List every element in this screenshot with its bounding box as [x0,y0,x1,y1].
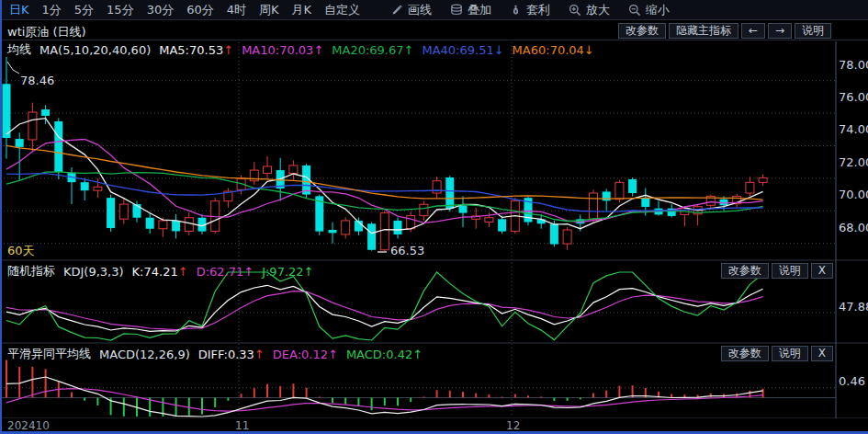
tool-overlay[interactable]: 叠加 [450,2,491,18]
macd-value-2: MACD:0.42↑ [346,348,423,361]
macd-help-button[interactable]: 说明 [772,346,808,361]
hide-main-indicator-button[interactable]: 隐藏主指标 [669,23,738,39]
candle [746,177,754,196]
candle [433,177,441,198]
help-button[interactable]: 说明 [795,23,831,39]
toolbar-tools: 画线叠加套利放大缩小 [373,2,670,18]
candle [681,206,689,226]
candle [342,217,350,238]
kdj-indicator-row: 随机指标KDJ(9,3,3)K:74.21↑D:62.71↑J:97.22↑ [7,264,313,279]
macd-title: 平滑异同平均线 [7,346,91,362]
macd-close-button[interactable]: X [811,346,833,361]
candle [563,227,571,250]
tool-arbitrage[interactable]: 套利 [510,2,550,18]
x-axis-tick-2: 12 [506,419,520,432]
up-arrow-icon: ↑ [304,265,314,279]
prev-button[interactable]: ← [741,23,765,39]
candle [459,196,468,227]
candle [302,164,310,198]
stack-icon [450,4,463,16]
up-arrow-icon: ↑ [178,265,188,279]
candle [81,178,89,200]
pencil-icon [391,4,403,16]
candle [759,174,767,185]
tab-month-k[interactable]: 月K [292,2,312,18]
candle [211,198,220,234]
up-arrow-icon: ↑ [254,348,265,361]
candle [367,223,376,251]
tool-zoom-in[interactable]: 放大 [569,2,610,18]
candle [289,160,298,179]
change-params-button[interactable]: 改参数 [618,23,666,39]
candle [264,156,272,178]
candle [693,204,702,225]
x-axis-tick-0: 202410 [7,419,50,432]
title-bar: wti原油 (日线) 改参数隐藏主指标←→说明 [0,21,868,40]
tab-min-1[interactable]: 1分 [42,2,62,18]
macd-indicator-row: 平滑异同平均线MACD(12,26,9)DIFF:0.33↑DEA:0.12↑M… [7,347,423,361]
up-arrow-icon: ↑ [313,43,323,57]
tab-min-30[interactable]: 30分 [147,2,175,18]
candle [41,105,50,124]
tab-min-60[interactable]: 60分 [186,2,214,18]
kdj-d-line [6,291,763,330]
down-arrow-icon: ↓ [494,43,504,57]
tab-hour-4[interactable]: 4时 [227,2,246,18]
macd-value-1: DEA:0.12↑ [273,348,338,361]
candle [590,189,598,222]
candle [498,216,506,234]
ma-value-3: MA40:69.51↓ [422,43,503,57]
tab-day-k[interactable]: 日K [9,2,29,18]
tab-custom[interactable]: 自定义 [324,2,360,18]
kdj-value-0: K:74.21↑ [132,265,188,279]
candle [603,188,611,211]
y-axis-label: 74.00 [839,122,868,136]
macd-change-params-button[interactable]: 改参数 [721,346,769,361]
tab-min-5[interactable]: 5分 [74,2,94,18]
titlebar-buttons: 改参数隐藏主指标←→说明 [618,23,831,39]
candle [445,176,454,211]
high-marker-line [7,62,19,74]
toolbar: 日K1分5分15分30分60分4时周K月K自定义 画线叠加套利放大缩小 [0,0,868,20]
chart-canvas[interactable]: 78.0076.0074.0072.0070.0068.0078.4666.53… [0,41,868,418]
candle [472,208,480,229]
candle [172,214,180,239]
macd-buttons: 改参数说明X [721,346,833,361]
candle [224,188,232,208]
next-button[interactable]: → [768,23,792,39]
macd-value-0: DIFF:0.33↑ [198,348,265,361]
candle [329,223,337,244]
tool-label: 放大 [586,2,610,18]
tool-label: 套利 [526,2,550,18]
high-annotation: 78.46 [20,74,54,87]
tool-zoom-out[interactable]: 缩小 [628,2,670,18]
x-axis: 2024101112 [0,419,868,432]
kdj-value-1: D:62.71↑ [197,265,254,279]
macd-formula: MACD(12,26,9) [99,348,190,361]
macd-values: DIFF:0.33↑DEA:0.12↑MACD:0.42↑ [198,348,423,361]
toolbar-tabs: 日K1分5分15分30分60分4时周K月K自定义 [9,2,373,18]
candle [420,201,428,221]
tab-min-15[interactable]: 15分 [107,2,134,18]
y-axis-label: 78.00 [839,58,868,72]
tab-week-k[interactable]: 周K [259,2,279,18]
window-left-edge [0,0,2,434]
kdj-close-button[interactable]: X [811,263,833,279]
kdj-help-button[interactable]: 说明 [772,263,808,279]
tool-label: 画线 [408,2,432,18]
y-axis-label: 68.00 [839,221,868,234]
candle [394,217,402,238]
ma-values: MA5:70.53↑MA10:70.03↑MA20:69.67↑MA40:69.… [159,43,594,57]
y-axis-label: 72.00 [839,155,868,169]
macd-axis-label: 0.46 [839,374,865,388]
visible-range-label: 60天 [7,244,35,257]
candle [615,180,624,203]
candle [628,177,637,196]
trading-app: 日K1分5分15分30分60分4时周K月K自定义 画线叠加套利放大缩小 wti原… [0,0,868,434]
y-axis-label: 70.00 [839,188,868,201]
tool-label: 叠加 [468,2,491,18]
candle [28,103,37,152]
ma-indicator-row: 均线MA(5,10,20,40,60)MA5:70.53↑MA10:70.03↑… [7,42,594,57]
tool-draw-line[interactable]: 画线 [391,2,432,18]
kdj-change-params-button[interactable]: 改参数 [721,263,769,279]
